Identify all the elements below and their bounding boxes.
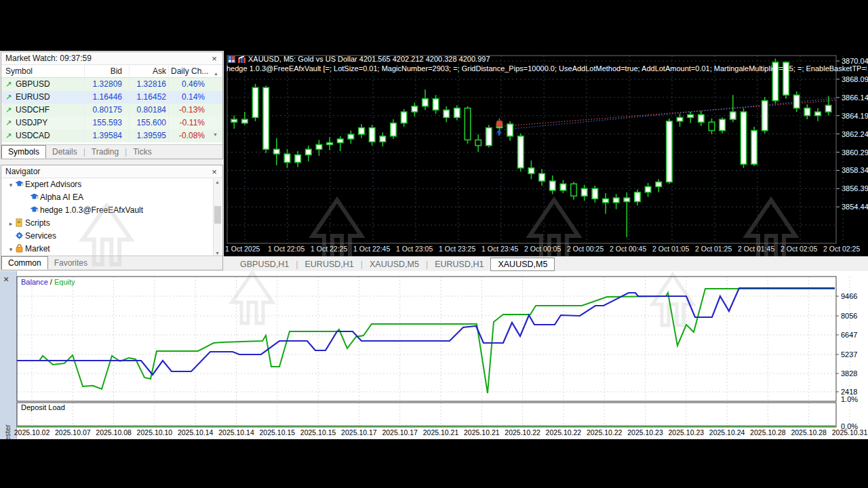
chart-type-icon[interactable] bbox=[238, 56, 245, 63]
svg-text:2025.10.23: 2025.10.23 bbox=[627, 428, 663, 436]
column-daily-change[interactable]: Daily Ch... bbox=[171, 65, 208, 78]
svg-text:3860.290: 3860.290 bbox=[842, 148, 868, 157]
svg-text:5237: 5237 bbox=[841, 350, 857, 359]
navigator-item-label: Scripts bbox=[25, 218, 50, 228]
scroll-down-icon[interactable]: ▼ bbox=[211, 132, 220, 137]
svg-text:3868.090: 3868.090 bbox=[842, 75, 868, 83]
ask-value: 1.32816 bbox=[100, 78, 166, 91]
ask-value: 1.16452 bbox=[100, 91, 166, 104]
navigator-item-label: Services bbox=[25, 231, 56, 241]
svg-text:2025.10.22: 2025.10.22 bbox=[505, 428, 540, 436]
top-letterbox bbox=[0, 0, 868, 51]
navigator-item-alpha-ai-ea[interactable]: Alpha AI EA bbox=[1, 191, 222, 204]
svg-text:1.0%: 1.0% bbox=[841, 395, 858, 403]
svg-text:2 Oct 01:05: 2 Oct 01:05 bbox=[652, 245, 689, 253]
tab-trading[interactable]: Trading bbox=[85, 146, 125, 158]
tester-legend: Balance / Equity bbox=[21, 278, 75, 286]
chart-tab-2-xauusd-m5[interactable]: XAUUSD,M5 bbox=[363, 258, 426, 270]
navigator-scrollbar[interactable]: ▲ ▼ bbox=[213, 179, 222, 256]
svg-text:1 Oct 22:25: 1 Oct 22:25 bbox=[311, 245, 347, 253]
screen: Market Watch: 09:37:59 × Symbol Bid Ask … bbox=[0, 0, 868, 488]
svg-text:8056: 8056 bbox=[841, 312, 857, 320]
tab-common[interactable]: Common bbox=[1, 256, 48, 270]
svg-text:2025.10.15: 2025.10.15 bbox=[260, 428, 296, 436]
expander-icon[interactable]: ▾ bbox=[7, 243, 15, 256]
navigator-item-label: Market bbox=[25, 244, 50, 253]
svg-text:2025.10.22: 2025.10.22 bbox=[587, 428, 623, 436]
market-watch-row[interactable]: ↗GBPUSD1.328091.328160.46% bbox=[1, 78, 222, 91]
svg-text:2025.10.21: 2025.10.21 bbox=[464, 428, 500, 436]
chart-tab-4-xauusd-m5[interactable]: XAUUSD,M5 bbox=[490, 258, 555, 271]
trend-up-icon: ↗ bbox=[5, 129, 14, 142]
chart-tabbar: GBPUSD,H1|EURUSD,H1|XAUUSD,M5|EURUSD,H1X… bbox=[224, 256, 868, 271]
scroll-down-icon[interactable]: ▼ bbox=[215, 251, 220, 256]
navigator-item-label: Expert Advisors bbox=[25, 180, 81, 189]
svg-text:1 Oct 22:45: 1 Oct 22:45 bbox=[353, 245, 390, 253]
market-watch-row[interactable]: ↗USDJPY155.593155.600-0.11% bbox=[1, 117, 222, 129]
market-watch-row[interactable]: ↗EURUSD1.164461.164520.14% bbox=[1, 91, 222, 104]
svg-text:1 Oct 22:05: 1 Oct 22:05 bbox=[268, 245, 304, 253]
column-ask[interactable]: Ask bbox=[100, 65, 166, 78]
price-chart-canvas[interactable]: 3870.0403868.0903866.1403864.1903862.240… bbox=[224, 51, 868, 256]
svg-text:2025.10.24: 2025.10.24 bbox=[709, 428, 745, 436]
tab-details[interactable]: Details bbox=[46, 146, 83, 158]
one-click-trading-icon[interactable] bbox=[228, 56, 235, 63]
scroll-up-icon[interactable]: ▲ bbox=[215, 180, 220, 184]
scroll-thumb[interactable] bbox=[214, 206, 221, 224]
symbol-name: USDJPY bbox=[16, 117, 47, 129]
svg-text:2025.10.02: 2025.10.02 bbox=[14, 428, 50, 436]
svg-text:3866.140: 3866.140 bbox=[842, 94, 868, 102]
svg-text:2025.10.28: 2025.10.28 bbox=[750, 428, 786, 436]
market-watch-tabstrip: SymbolsDetails|Trading|Ticks bbox=[1, 144, 222, 159]
column-symbol[interactable]: Symbol bbox=[5, 65, 33, 78]
chart-title-row: XAUUSD, M5: Gold vs US Dollar 4201.565 4… bbox=[228, 55, 490, 63]
svg-text:2025.10.21: 2025.10.21 bbox=[423, 428, 459, 436]
ask-value: 1.39595 bbox=[100, 129, 166, 142]
daily-change-value: -0.08% bbox=[167, 129, 205, 142]
market-watch-row[interactable]: ↗USDCHF0.801750.80184-0.13% bbox=[1, 104, 222, 117]
daily-change-value: 0.46% bbox=[167, 78, 205, 91]
deposit-load-label: Deposit Load bbox=[21, 403, 65, 411]
trend-up-icon: ↗ bbox=[5, 91, 14, 104]
chart-tab-0-gbpusd-h1[interactable]: GBPUSD,H1 bbox=[233, 258, 296, 270]
symbol-name: EURUSD bbox=[16, 91, 50, 104]
svg-text:2 Oct 02:05: 2 Oct 02:05 bbox=[781, 245, 817, 253]
svg-text:2 Oct 00:25: 2 Oct 00:25 bbox=[567, 245, 604, 253]
market-watch-header: Symbol Bid Ask Daily Ch... ▲ bbox=[1, 65, 222, 78]
watermark-logo bbox=[78, 203, 136, 268]
svg-text:2025.10.14: 2025.10.14 bbox=[218, 428, 254, 436]
ask-value: 155.600 bbox=[100, 117, 166, 129]
svg-text:2025.10.15: 2025.10.15 bbox=[300, 428, 336, 436]
svg-text:1 Oct 23:25: 1 Oct 23:25 bbox=[439, 245, 475, 253]
chart-window[interactable]: 3870.0403868.0903866.1403864.1903862.240… bbox=[224, 51, 868, 256]
daily-change-value: -0.11% bbox=[167, 117, 205, 129]
close-icon[interactable]: × bbox=[210, 52, 219, 65]
svg-text:0.0%: 0.0% bbox=[841, 422, 858, 430]
svg-text:2025.10.10: 2025.10.10 bbox=[137, 428, 173, 436]
tester-graph-canvas[interactable]: 2025.10.022025.10.072025.10.082025.10.10… bbox=[0, 271, 868, 439]
market-watch-row[interactable]: ↗USDCAD1.395841.39595-0.08% bbox=[1, 129, 222, 142]
daily-change-value: -0.13% bbox=[167, 104, 205, 117]
svg-text:2025.10.23: 2025.10.23 bbox=[669, 428, 705, 436]
expander-icon[interactable]: ▸ bbox=[7, 218, 15, 230]
svg-text:2025.10.14: 2025.10.14 bbox=[178, 428, 214, 436]
symbol-name: USDCHF bbox=[16, 104, 50, 117]
svg-text:2 Oct 00:05: 2 Oct 00:05 bbox=[524, 245, 561, 253]
ask-value: 0.80184 bbox=[100, 104, 166, 117]
tab-symbols[interactable]: Symbols bbox=[1, 145, 46, 159]
trend-up-icon: ↗ bbox=[5, 117, 14, 129]
ea-parameters-line: hedge 1.0.3@FreeEAfxVault [=; LotSize=0.… bbox=[226, 64, 867, 73]
tab-ticks[interactable]: Ticks bbox=[127, 146, 158, 158]
symbol-name: GBPUSD bbox=[16, 78, 50, 91]
chart-tab-3-eurusd-h1[interactable]: EURUSD,H1 bbox=[428, 258, 490, 270]
svg-text:3858.340: 3858.340 bbox=[842, 166, 868, 174]
strategy-tester-panel: × Strategy Tester YOFOREX YOFOREX 2025.1… bbox=[0, 271, 868, 439]
chart-tab-1-eurusd-h1[interactable]: EURUSD,H1 bbox=[298, 258, 361, 270]
svg-text:3854.440: 3854.440 bbox=[842, 203, 868, 211]
close-icon[interactable]: × bbox=[210, 165, 219, 178]
market-watch-panel: Market Watch: 09:37:59 × Symbol Bid Ask … bbox=[1, 52, 223, 159]
trend-up-icon: ↗ bbox=[5, 104, 14, 117]
svg-text:9466: 9466 bbox=[841, 292, 857, 300]
navigator-item-expert-advisors[interactable]: ▾Expert Advisors bbox=[1, 178, 222, 191]
expander-icon[interactable]: ▾ bbox=[7, 179, 15, 192]
